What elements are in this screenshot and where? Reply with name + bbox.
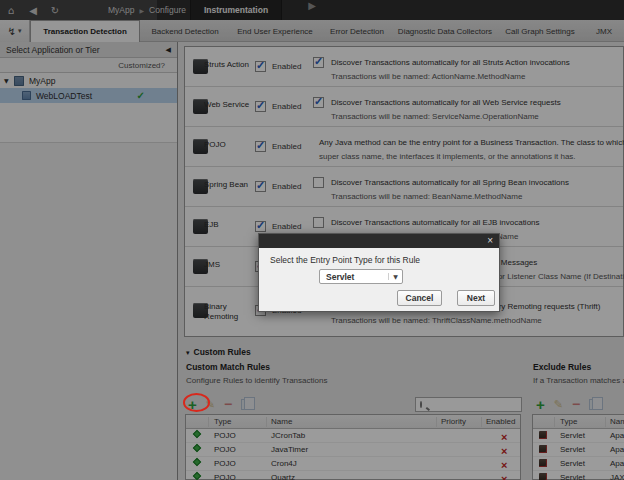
annotation-circle: [183, 393, 210, 412]
select-value: Servlet: [320, 272, 388, 282]
dialog-label: Select the Entry Point Type for this Rul…: [270, 255, 420, 265]
next-button[interactable]: Next: [457, 290, 495, 306]
close-icon[interactable]: ×: [487, 235, 493, 247]
chevron-down-icon: ▼: [388, 273, 402, 280]
entry-point-type-select[interactable]: Servlet ▼: [319, 269, 403, 284]
app-window: ⌂ ◀ ▶ ↻ MyApp ▶ Configure ▶ Instrumentat…: [0, 0, 624, 480]
cancel-button[interactable]: Cancel: [397, 290, 442, 306]
entry-point-type-dialog: × Select the Entry Point Type for this R…: [258, 233, 500, 312]
dialog-titlebar: ×: [259, 234, 499, 248]
